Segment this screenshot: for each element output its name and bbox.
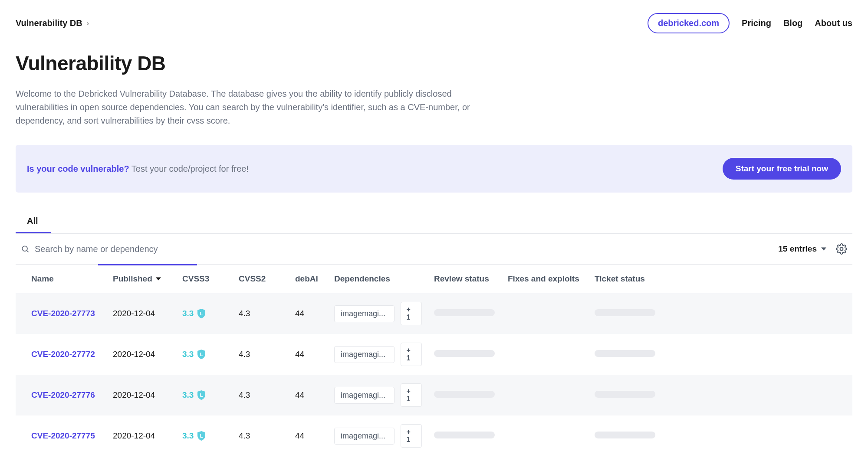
banner-text: Is your code vulnerable? Test your code/… bbox=[27, 164, 249, 174]
vulnerability-table: Name Published CVSS3 CVSS2 debAI Depende… bbox=[16, 264, 852, 456]
svg-line-1 bbox=[27, 251, 29, 252]
banner-lead: Is your code vulnerable? bbox=[27, 164, 129, 173]
promo-banner: Is your code vulnerable? Test your code/… bbox=[16, 145, 852, 193]
svg-point-2 bbox=[840, 248, 843, 251]
cell-cvss2: 4.3 bbox=[233, 293, 289, 334]
cvss3-value: 3.3 bbox=[182, 350, 194, 359]
col-cvss3[interactable]: CVSS3 bbox=[176, 265, 233, 294]
review-status-placeholder bbox=[434, 432, 495, 438]
cell-debai: 44 bbox=[289, 415, 328, 456]
table-row: CVE-2020-27772 2020-12-04 3.3 L 4.3 44 i… bbox=[16, 334, 852, 375]
cell-published: 2020-12-04 bbox=[107, 293, 176, 334]
page-title: Vulnerability DB bbox=[16, 52, 852, 75]
banner-rest: Test your code/project for free! bbox=[132, 164, 249, 173]
tabs: All bbox=[16, 210, 852, 234]
cve-link[interactable]: CVE-2020-27772 bbox=[31, 350, 95, 359]
col-published[interactable]: Published bbox=[107, 265, 176, 294]
chevron-right-icon: › bbox=[87, 20, 89, 27]
table-row: CVE-2020-27775 2020-12-04 3.3 L 4.3 44 i… bbox=[16, 415, 852, 456]
nav-primary-link[interactable]: debricked.com bbox=[648, 13, 730, 33]
settings-button[interactable] bbox=[836, 243, 847, 255]
ticket-status-placeholder bbox=[595, 309, 655, 316]
cell-debai: 44 bbox=[289, 293, 328, 334]
search-input[interactable] bbox=[35, 244, 252, 254]
dependency-chip[interactable]: imagemagi... bbox=[334, 387, 395, 404]
cell-published: 2020-12-04 bbox=[107, 334, 176, 375]
sort-indicator bbox=[98, 264, 197, 265]
nav-link-blog[interactable]: Blog bbox=[783, 18, 802, 28]
cell-cvss3: 3.3 L bbox=[182, 309, 227, 318]
breadcrumb[interactable]: Vulnerability DB › bbox=[16, 18, 89, 28]
col-ticket[interactable]: Ticket status bbox=[589, 265, 852, 294]
col-name[interactable]: Name bbox=[16, 265, 107, 294]
col-review[interactable]: Review status bbox=[428, 265, 502, 294]
severity-shield-icon: L bbox=[197, 309, 206, 318]
ticket-status-placeholder bbox=[595, 432, 655, 438]
cell-debai: 44 bbox=[289, 334, 328, 375]
cell-cvss3: 3.3 L bbox=[182, 431, 227, 441]
sort-desc-icon bbox=[156, 277, 161, 281]
nav-link-pricing[interactable]: Pricing bbox=[742, 18, 771, 28]
col-dependencies[interactable]: Dependencies bbox=[328, 265, 428, 294]
review-status-placeholder bbox=[434, 391, 495, 398]
nav-link-about[interactable]: About us bbox=[815, 18, 852, 28]
col-fixes[interactable]: Fixes and exploits bbox=[502, 265, 589, 294]
table-row: CVE-2020-27773 2020-12-04 3.3 L 4.3 44 i… bbox=[16, 293, 852, 334]
dependency-chip[interactable]: imagemagi... bbox=[334, 346, 395, 363]
cvss3-value: 3.3 bbox=[182, 309, 194, 318]
dependency-more[interactable]: + 1 bbox=[401, 302, 422, 325]
cell-cvss2: 4.3 bbox=[233, 334, 289, 375]
severity-shield-icon: L bbox=[197, 431, 206, 441]
intro-text: Welcome to the Debricked Vulnerability D… bbox=[16, 87, 471, 128]
cell-cvss2: 4.3 bbox=[233, 375, 289, 415]
dependency-chip[interactable]: imagemagi... bbox=[334, 305, 395, 322]
cell-published: 2020-12-04 bbox=[107, 415, 176, 456]
table-toolbar: 15 entries bbox=[16, 234, 852, 264]
dependency-more[interactable]: + 1 bbox=[401, 343, 422, 366]
entries-dropdown[interactable]: 15 entries bbox=[778, 244, 826, 254]
search-box[interactable] bbox=[21, 244, 778, 254]
svg-point-0 bbox=[22, 246, 27, 251]
svg-text:L: L bbox=[200, 311, 203, 316]
ticket-status-placeholder bbox=[595, 350, 655, 357]
svg-text:L: L bbox=[200, 352, 203, 357]
cell-debai: 44 bbox=[289, 375, 328, 415]
gear-icon bbox=[836, 243, 847, 255]
col-cvss2[interactable]: CVSS2 bbox=[233, 265, 289, 294]
cvss3-value: 3.3 bbox=[182, 390, 194, 400]
nav: debricked.com Pricing Blog About us bbox=[648, 13, 852, 33]
severity-shield-icon: L bbox=[197, 350, 206, 359]
dependency-more[interactable]: + 1 bbox=[401, 424, 422, 448]
cve-link[interactable]: CVE-2020-27775 bbox=[31, 431, 95, 440]
search-icon bbox=[21, 245, 30, 253]
review-status-placeholder bbox=[434, 350, 495, 357]
table-row: CVE-2020-27776 2020-12-04 3.3 L 4.3 44 i… bbox=[16, 375, 852, 415]
breadcrumb-title: Vulnerability DB bbox=[16, 18, 82, 28]
entries-label: 15 entries bbox=[778, 244, 817, 254]
col-published-label: Published bbox=[113, 274, 152, 284]
tab-all[interactable]: All bbox=[16, 210, 51, 233]
review-status-placeholder bbox=[434, 309, 495, 316]
cell-cvss3: 3.3 L bbox=[182, 350, 227, 359]
ticket-status-placeholder bbox=[595, 391, 655, 398]
dependency-more[interactable]: + 1 bbox=[401, 383, 422, 407]
severity-shield-icon: L bbox=[197, 390, 206, 400]
cell-published: 2020-12-04 bbox=[107, 375, 176, 415]
cell-cvss3: 3.3 L bbox=[182, 390, 227, 400]
svg-text:L: L bbox=[200, 392, 203, 398]
svg-text:L: L bbox=[200, 433, 203, 438]
cve-link[interactable]: CVE-2020-27776 bbox=[31, 390, 95, 399]
cvss3-value: 3.3 bbox=[182, 431, 194, 441]
caret-down-icon bbox=[821, 246, 826, 252]
col-debai[interactable]: debAI bbox=[289, 265, 328, 294]
dependency-chip[interactable]: imagemagi... bbox=[334, 428, 395, 445]
header: Vulnerability DB › debricked.com Pricing… bbox=[16, 0, 852, 41]
start-trial-button[interactable]: Start your free trial now bbox=[723, 158, 841, 180]
cve-link[interactable]: CVE-2020-27773 bbox=[31, 309, 95, 318]
cell-cvss2: 4.3 bbox=[233, 415, 289, 456]
